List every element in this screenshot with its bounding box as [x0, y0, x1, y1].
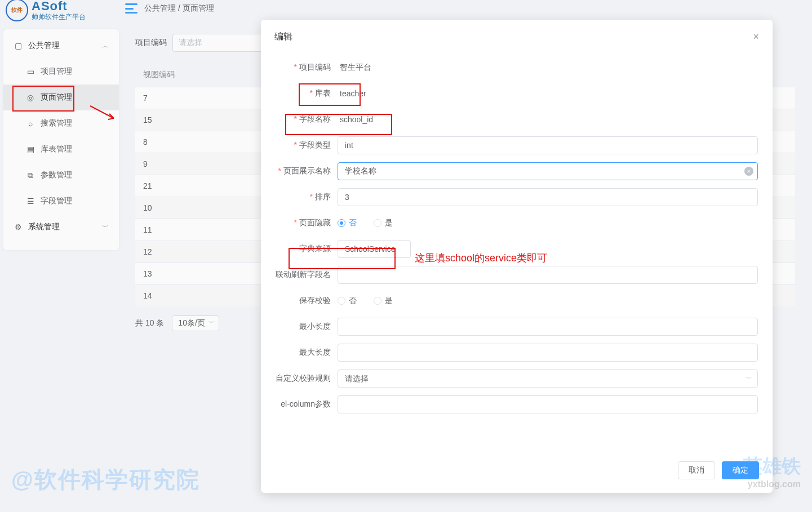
label-max-len: 最大长度: [276, 348, 338, 358]
label-project-code: 项目编码: [276, 63, 338, 73]
label-dict-source: 字典来源: [276, 244, 338, 254]
field-type-input[interactable]: [338, 136, 758, 154]
label-display-name: 页面展示名称: [276, 166, 338, 176]
label-el-column: el-column参数: [276, 399, 338, 409]
close-icon[interactable]: ×: [753, 31, 759, 43]
el-column-input[interactable]: [338, 395, 758, 413]
min-len-input[interactable]: [338, 318, 758, 336]
label-min-len: 最小长度: [276, 322, 338, 332]
value-table: teacher: [338, 89, 369, 98]
radio-hidden-no[interactable]: 否: [338, 218, 357, 228]
label-page-hidden: 页面隐藏: [276, 218, 338, 228]
dialog-title: 编辑: [274, 31, 292, 43]
value-field-name: school_id: [338, 115, 375, 124]
display-name-input[interactable]: [338, 162, 758, 180]
label-field-type: 字段类型: [276, 140, 338, 150]
sort-input[interactable]: [338, 188, 758, 206]
label-field-name: 字段名称: [276, 114, 338, 124]
annotation-text: 这里填school的service类即可: [415, 251, 547, 265]
cancel-button[interactable]: 取消: [678, 461, 715, 479]
watermark-right: 英雄铁 yxtblog.com: [743, 453, 801, 489]
custom-rule-select[interactable]: [338, 369, 758, 388]
label-save-validate: 保存校验: [276, 296, 338, 306]
dict-source-input[interactable]: [338, 240, 411, 258]
clear-icon[interactable]: ×: [744, 167, 753, 176]
label-cascade: 联动刷新字段名: [276, 270, 338, 280]
cascade-field-input[interactable]: [338, 266, 758, 284]
radio-validate-no[interactable]: 否: [338, 296, 357, 306]
label-table: 库表: [276, 88, 338, 99]
label-custom-rule: 自定义校验规则: [276, 373, 338, 384]
radio-hidden-yes[interactable]: 是: [374, 218, 393, 228]
value-project-code: 智生平台: [338, 63, 374, 72]
max-len-input[interactable]: [338, 344, 758, 362]
label-sort: 排序: [276, 192, 338, 202]
watermark-left: @软件科学研究院: [11, 464, 200, 495]
radio-validate-yes[interactable]: 是: [374, 296, 393, 306]
